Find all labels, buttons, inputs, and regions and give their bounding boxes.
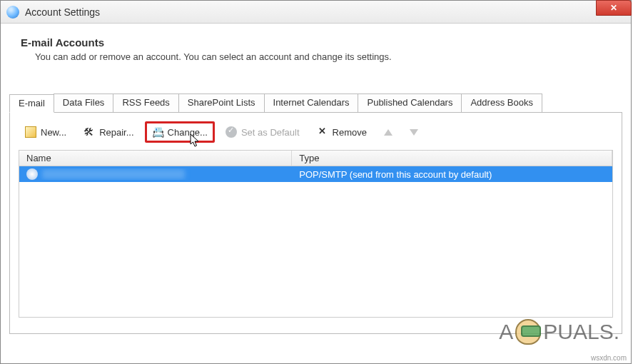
tab-data-files[interactable]: Data Files (54, 93, 114, 112)
tab-internet-calendars[interactable]: Internet Calendars (264, 93, 359, 112)
app-icon (6, 6, 19, 19)
column-header-name[interactable]: Name (19, 151, 292, 166)
move-down-button (403, 126, 425, 138)
remove-button[interactable]: Remove (310, 123, 373, 141)
set-default-button: Set as Default (219, 123, 306, 141)
page-subheading: You can add or remove an account. You ca… (35, 51, 611, 62)
column-header-type[interactable]: Type (292, 151, 612, 166)
account-row[interactable]: POP/SMTP (send from this account by defa… (19, 166, 612, 182)
new-label: New... (41, 127, 66, 138)
remove-label: Remove (333, 127, 367, 138)
account-type-cell: POP/SMTP (send from this account by defa… (292, 169, 612, 180)
tab-rss-feeds[interactable]: RSS Feeds (113, 93, 178, 112)
toolbar: New... Repair... Change... Set as Defaul… (19, 120, 613, 150)
page-heading: E-mail Accounts (21, 36, 611, 49)
content-area: E-mail Accounts You can add or remove an… (1, 24, 631, 62)
repair-icon (83, 126, 95, 138)
close-button[interactable]: ✕ (596, 0, 632, 16)
account-settings-window: Account Settings ✕ E-mail Accounts You c… (0, 0, 632, 364)
change-button[interactable]: Change... (145, 121, 215, 143)
remove-icon (317, 126, 328, 138)
account-name-cell (19, 168, 292, 180)
arrow-down-icon (410, 129, 418, 136)
tab-sharepoint-lists[interactable]: SharePoint Lists (178, 93, 265, 112)
tab-panel-email: New... Repair... Change... Set as Defaul… (9, 113, 622, 334)
account-icon (26, 168, 38, 180)
account-name-redacted (42, 169, 185, 179)
tab-published-calendars[interactable]: Published Calendars (358, 93, 462, 112)
tab-address-books[interactable]: Address Books (461, 93, 542, 112)
list-header: Name Type (19, 151, 612, 166)
change-label: Change... (168, 127, 208, 138)
source-note: wsxdn.com (591, 354, 627, 362)
change-icon (152, 126, 163, 138)
window-title: Account Settings (25, 6, 100, 18)
tab-email[interactable]: E-mail (9, 94, 54, 113)
checkmark-circle-icon (226, 126, 237, 138)
arrow-up-icon (384, 129, 393, 136)
titlebar: Account Settings ✕ (1, 1, 631, 24)
account-list: Name Type POP/SMTP (send from this accou… (19, 150, 613, 318)
set-default-label: Set as Default (241, 127, 300, 138)
repair-button[interactable]: Repair... (77, 123, 140, 141)
close-icon: ✕ (610, 3, 617, 13)
tab-strip: E-mail Data Files RSS Feeds SharePoint L… (9, 93, 622, 113)
repair-label: Repair... (99, 127, 133, 138)
new-button[interactable]: New... (19, 123, 73, 141)
move-up-button (378, 126, 399, 138)
new-icon (25, 126, 36, 138)
